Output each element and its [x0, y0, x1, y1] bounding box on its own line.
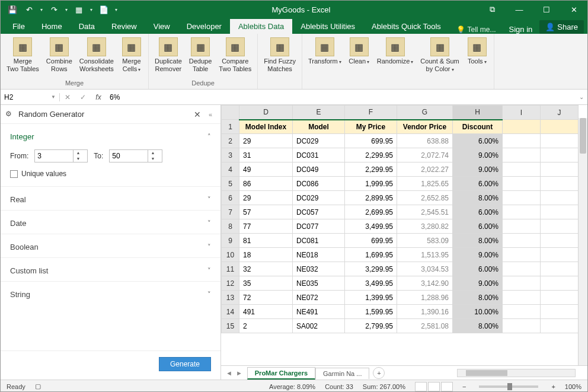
- ribbon-clean-button[interactable]: ▦Clean: [345, 35, 373, 87]
- cell[interactable]: SA002: [293, 319, 345, 333]
- formula-input[interactable]: 6%: [106, 93, 576, 101]
- sheet-tab-active[interactable]: ProMar Chargers: [247, 367, 315, 380]
- cell[interactable]: 3,499.95: [345, 219, 397, 234]
- cell[interactable]: 699.95: [345, 134, 397, 148]
- cell[interactable]: 2,299.95: [345, 148, 397, 162]
- save-icon[interactable]: 💾: [5, 2, 20, 17]
- cell[interactable]: 3,499.95: [345, 276, 397, 291]
- cancel-formula-icon[interactable]: ✕: [60, 93, 75, 101]
- cell[interactable]: 72: [239, 291, 293, 305]
- ribbon-tab-view[interactable]: View: [145, 19, 178, 34]
- cell[interactable]: 583.09: [397, 234, 453, 248]
- cell[interactable]: 2,299.95: [345, 162, 397, 177]
- generate-button[interactable]: Generate: [159, 357, 211, 371]
- cell[interactable]: 2,652.85: [397, 191, 453, 205]
- cell[interactable]: 86: [239, 177, 293, 191]
- ribbon-duplicate-button[interactable]: ▦DuplicateRemover: [151, 35, 186, 79]
- cell[interactable]: 1,999.95: [345, 177, 397, 191]
- cell[interactable]: 6.00%: [453, 262, 503, 276]
- ribbon-tab-file[interactable]: File: [4, 19, 33, 34]
- column-header-h[interactable]: H: [453, 106, 503, 120]
- row-header[interactable]: 5: [222, 177, 239, 191]
- column-header-i[interactable]: I: [503, 106, 541, 120]
- section-date[interactable]: Date˅: [1, 210, 220, 234]
- ribbon-merge-button[interactable]: ▦MergeTwo Tables: [3, 35, 43, 79]
- ribbon-transform-button[interactable]: ▦Transform: [305, 35, 345, 87]
- cell[interactable]: 3,299.95: [345, 262, 397, 276]
- ribbon-tab-data[interactable]: Data: [71, 19, 103, 34]
- cell[interactable]: 31: [239, 148, 293, 162]
- ribbon-display-icon[interactable]: ⧉: [478, 1, 506, 18]
- ribbon-tab-review[interactable]: Review: [103, 19, 145, 34]
- panel-collapse-icon[interactable]: «: [205, 111, 216, 118]
- zoom-knob[interactable]: [507, 383, 512, 390]
- ribbon-consolidate-button[interactable]: ▦ConsolidateWorksheets: [76, 35, 117, 79]
- tell-me[interactable]: 💡Tell me...: [450, 26, 502, 34]
- row-header[interactable]: 15: [222, 319, 239, 333]
- row-header[interactable]: 13: [222, 291, 239, 305]
- zoom-in-icon[interactable]: +: [551, 383, 555, 390]
- minimize-icon[interactable]: —: [506, 1, 533, 18]
- cell[interactable]: 9.00%: [453, 148, 503, 162]
- section-custom-list[interactable]: Custom list˅: [1, 257, 220, 281]
- cell[interactable]: 18: [239, 248, 293, 262]
- dropdown-icon[interactable]: ▾: [88, 5, 94, 14]
- cell[interactable]: 2,581.08: [397, 319, 453, 333]
- add-sheet-icon[interactable]: +: [373, 367, 385, 379]
- zoom-level[interactable]: 100%: [565, 383, 581, 390]
- table-header-cell[interactable]: Vendor Price: [397, 120, 453, 134]
- cell[interactable]: 2,545.51: [397, 205, 453, 219]
- spin-up-icon[interactable]: ▲: [74, 150, 82, 156]
- table-header-cell[interactable]: Model Index: [239, 120, 293, 134]
- cell[interactable]: DC081: [293, 234, 345, 248]
- cell[interactable]: 49: [239, 162, 293, 177]
- cell[interactable]: 35: [239, 276, 293, 291]
- qat-customize-icon[interactable]: ▾: [113, 5, 119, 14]
- cell[interactable]: 2,022.27: [397, 162, 453, 177]
- ribbon-tab-ablebits-data[interactable]: Ablebits Data: [230, 19, 292, 34]
- cell[interactable]: DC049: [293, 162, 345, 177]
- qat-custom-icon[interactable]: ▦: [72, 2, 86, 17]
- cell[interactable]: 3,034.53: [397, 262, 453, 276]
- grid[interactable]: DEFGHIJ 1Model IndexModelMy PriceVendor …: [221, 105, 579, 333]
- cell[interactable]: 699.95: [345, 234, 397, 248]
- ribbon-find-fuzzy-button[interactable]: ▦Find FuzzyMatches: [260, 35, 299, 87]
- cell[interactable]: DC057: [293, 205, 345, 219]
- row-header[interactable]: 14: [222, 305, 239, 319]
- tab-nav-prev-icon[interactable]: ◄: [226, 369, 232, 377]
- cell[interactable]: 1,699.95: [345, 248, 397, 262]
- panel-close-icon[interactable]: ✕: [192, 110, 203, 119]
- dropdown-icon[interactable]: ▾: [63, 5, 69, 14]
- cell[interactable]: 1,288.96: [397, 291, 453, 305]
- ribbon-tab-ablebits-utilities[interactable]: Ablebits Utilities: [292, 19, 363, 34]
- ribbon-count-sum-button[interactable]: ▦Count & Sumby Color: [417, 35, 462, 87]
- ribbon-randomize-button[interactable]: ▦Randomize: [373, 35, 417, 87]
- name-box[interactable]: H2 ▼: [1, 93, 60, 101]
- row-header[interactable]: 1: [222, 120, 239, 134]
- ribbon-tools-button[interactable]: ▦Tools: [463, 35, 491, 87]
- chevron-down-icon[interactable]: ▼: [51, 94, 56, 100]
- spin-down-icon[interactable]: ▼: [148, 156, 157, 162]
- row-header[interactable]: 3: [222, 148, 239, 162]
- cell[interactable]: 2: [239, 319, 293, 333]
- cell[interactable]: 6.00%: [453, 219, 503, 234]
- from-value[interactable]: [35, 152, 73, 160]
- cell[interactable]: 2,899.95: [345, 191, 397, 205]
- row-header[interactable]: 11: [222, 262, 239, 276]
- cell[interactable]: 8.00%: [453, 191, 503, 205]
- cell[interactable]: 8.00%: [453, 234, 503, 248]
- row-header[interactable]: 10: [222, 248, 239, 262]
- cell[interactable]: DC086: [293, 177, 345, 191]
- unique-values-checkbox[interactable]: Unique values: [10, 170, 211, 178]
- expand-formula-bar-icon[interactable]: ⌄: [576, 94, 587, 100]
- dropdown-icon[interactable]: ▾: [39, 5, 44, 14]
- cell[interactable]: NE491: [293, 305, 345, 319]
- select-all-corner[interactable]: [222, 106, 239, 120]
- ribbon-tab-home[interactable]: Home: [33, 19, 71, 34]
- cell[interactable]: 3,142.90: [397, 276, 453, 291]
- horizontal-scrollbar[interactable]: [457, 369, 576, 377]
- from-input[interactable]: ▲▼: [34, 149, 88, 162]
- cell[interactable]: NE032: [293, 262, 345, 276]
- cell[interactable]: 6.00%: [453, 205, 503, 219]
- cell[interactable]: 9.00%: [453, 162, 503, 177]
